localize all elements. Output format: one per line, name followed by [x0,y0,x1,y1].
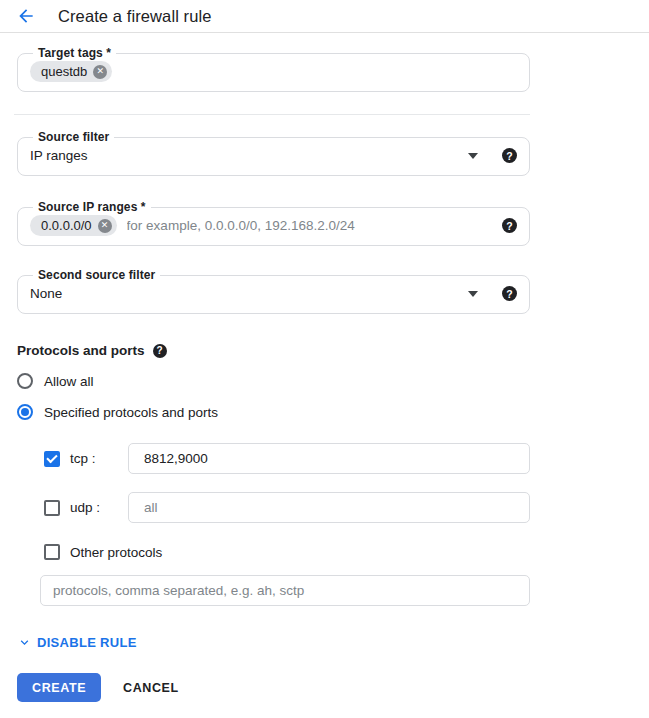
source-filter-dropdown[interactable]: Source filter IP ranges ? [17,130,530,176]
checkbox-unchecked-icon [44,544,60,560]
udp-ports-input[interactable] [128,492,530,523]
target-tags-field[interactable]: Target tags * questdb ✕ [17,46,530,92]
caret-down-icon[interactable] [468,153,478,159]
source-ip-ranges-field[interactable]: Source IP ranges * 0.0.0.0/0 ✕ for examp… [17,200,530,246]
source-ip-ranges-label: Source IP ranges * [33,200,151,214]
source-filter-value: IP ranges [30,148,468,163]
help-icon[interactable]: ? [153,344,167,358]
tcp-ports-input[interactable] [128,443,530,474]
other-protocols-checkbox[interactable]: Other protocols [44,544,649,560]
target-tag-chip: questdb ✕ [30,61,112,82]
cancel-button[interactable]: CANCEL [115,681,187,695]
disable-rule-toggle[interactable]: DISABLE RULE [17,635,137,650]
tcp-label: tcp : [70,451,128,466]
help-icon[interactable]: ? [502,218,517,233]
udp-checkbox[interactable]: udp : [44,500,128,516]
page-title: Create a firewall rule [58,7,212,26]
radio-allow-all[interactable]: Allow all [17,373,94,389]
arrow-back-icon [16,6,36,26]
help-icon[interactable]: ? [502,286,517,301]
firewall-rule-form: Target tags * questdb ✕ Source filter IP… [0,46,649,718]
action-buttons: CREATE CANCEL [17,673,649,702]
radio-specified-protocols[interactable]: Specified protocols and ports [17,404,218,420]
checkbox-unchecked-icon [44,500,60,516]
disable-rule-label: DISABLE RULE [37,635,137,650]
protocols-and-ports-heading: Protocols and ports ? [17,343,649,358]
source-filter-label: Source filter [33,130,114,144]
second-source-filter-label: Second source filter [33,268,160,282]
source-ip-placeholder[interactable]: for example, 0.0.0.0/0, 192.168.2.0/24 [127,218,502,233]
help-icon[interactable]: ? [502,148,517,163]
radio-icon [17,373,33,389]
radio-label: Specified protocols and ports [44,405,218,420]
other-protocols-input-wrap [40,575,649,606]
udp-row: udp : [44,492,530,523]
chip-remove-icon[interactable]: ✕ [93,65,107,79]
radio-label: Allow all [44,374,94,389]
protocols-heading-label: Protocols and ports [17,343,145,358]
source-ip-chip: 0.0.0.0/0 ✕ [30,215,117,236]
tcp-checkbox[interactable]: tcp : [44,451,128,467]
other-protocols-label: Other protocols [70,545,162,560]
chip-label: questdb [41,64,87,79]
chip-label: 0.0.0.0/0 [41,218,92,233]
other-protocols-input[interactable] [40,575,530,606]
tcp-row: tcp : [44,443,530,474]
chip-remove-icon[interactable]: ✕ [98,219,112,233]
checkbox-checked-icon [44,451,60,467]
second-source-filter-value: None [30,286,468,301]
second-source-filter-dropdown[interactable]: Second source filter None ? [17,268,530,314]
caret-down-icon[interactable] [468,291,478,297]
radio-icon [17,404,33,420]
chevron-down-icon [17,635,32,650]
other-protocols-row: Other protocols [44,544,649,560]
section-divider [14,114,530,115]
target-tags-label: Target tags * [33,46,116,60]
back-button[interactable] [15,5,37,27]
create-button[interactable]: CREATE [17,673,101,702]
header: Create a firewall rule [0,0,649,33]
udp-label: udp : [70,500,128,515]
